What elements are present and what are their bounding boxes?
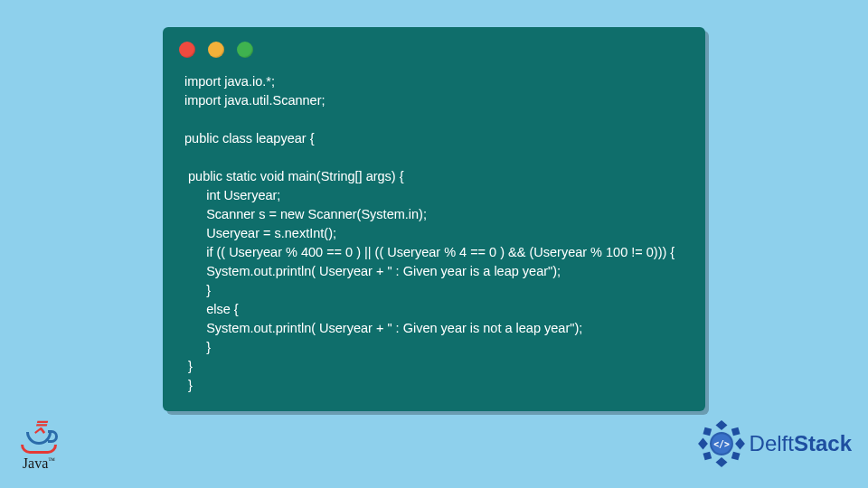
svg-marker-0: [715, 420, 727, 430]
code-window: import java.io.*; import java.util.Scann…: [163, 27, 705, 411]
java-logo: ⌆ Java™: [16, 418, 61, 472]
close-icon[interactable]: [179, 42, 195, 58]
code-block: import java.io.*; import java.util.Scann…: [163, 67, 705, 395]
svg-marker-1: [715, 457, 727, 467]
svg-marker-2: [698, 438, 708, 450]
delftstack-logo-text: DelftStack: [750, 431, 852, 456]
delftstack-badge-icon: </>: [697, 419, 746, 468]
svg-marker-6: [703, 452, 712, 461]
zoom-icon[interactable]: [237, 42, 253, 58]
java-cup-icon: [26, 432, 52, 445]
window-traffic-lights: [163, 27, 705, 67]
java-logo-text: Java™: [16, 455, 61, 472]
delftstack-logo: </> DelftStack: [697, 419, 852, 468]
svg-marker-5: [731, 427, 740, 436]
java-saucer-icon: [21, 445, 57, 454]
code-glyph-icon: </>: [713, 439, 730, 449]
minimize-icon[interactable]: [208, 42, 224, 58]
svg-marker-3: [735, 438, 745, 450]
svg-marker-7: [731, 452, 740, 461]
svg-marker-4: [703, 427, 712, 436]
